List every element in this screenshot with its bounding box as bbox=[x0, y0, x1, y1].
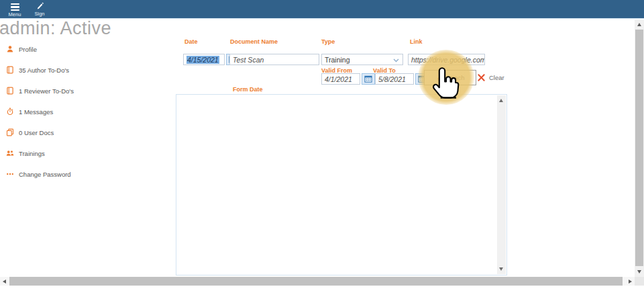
sidebar-item-label: 1 Reviewer To-Do's bbox=[19, 87, 74, 95]
stopwatch-icon bbox=[6, 108, 14, 116]
document-name-label: Document Name bbox=[230, 38, 278, 45]
horizontal-scrollbar[interactable] bbox=[0, 277, 635, 286]
sign-button-label: Sign bbox=[34, 11, 44, 17]
type-label: Type bbox=[321, 38, 335, 45]
sidebar-item-label: 0 User Docs bbox=[19, 129, 54, 136]
sidebar-item-label: 35 Author To-Do's bbox=[19, 67, 69, 74]
type-dropdown-value: Training bbox=[325, 56, 350, 64]
pen-icon bbox=[36, 1, 44, 10]
calendar-icon bbox=[364, 75, 372, 83]
valid-from-input[interactable]: 4/1/2021 bbox=[321, 73, 360, 85]
date-input-value: 4/15/2021 bbox=[186, 56, 219, 64]
sidebar: Profile 35 Author To-Do's 1 Reviewer To-… bbox=[6, 44, 74, 179]
scroll-right-arrow[interactable] bbox=[629, 280, 632, 284]
valid-from-value: 4/1/2021 bbox=[325, 75, 352, 83]
scroll-down-arrow[interactable] bbox=[637, 270, 641, 273]
chevron-down-icon bbox=[393, 58, 399, 62]
sidebar-item-change-password[interactable]: Change Password bbox=[6, 169, 74, 179]
sidebar-item-messages[interactable]: 1 Messages bbox=[6, 107, 74, 116]
journal-icon bbox=[6, 87, 14, 95]
clear-button-label: Clear bbox=[489, 74, 504, 81]
sidebar-item-trainings[interactable]: Trainings bbox=[6, 148, 74, 158]
ellipsis-icon bbox=[6, 170, 14, 178]
attach-button[interactable]: Attach bbox=[424, 70, 476, 85]
link-input-value: https://drive.google.com/driv bbox=[411, 56, 485, 64]
date-label: Date bbox=[184, 38, 198, 45]
sidebar-item-user-docs[interactable]: 0 User Docs bbox=[6, 128, 74, 137]
panel-scroll-up-arrow[interactable] bbox=[499, 99, 503, 102]
panel-scrollbar[interactable] bbox=[497, 95, 506, 274]
sidebar-item-label: Trainings bbox=[19, 150, 45, 157]
sidebar-item-profile[interactable]: Profile bbox=[6, 44, 74, 54]
sign-button[interactable]: Sign bbox=[28, 1, 51, 18]
sidebar-item-author-todos[interactable]: 35 Author To-Do's bbox=[6, 65, 74, 75]
scroll-up-arrow[interactable] bbox=[637, 23, 641, 26]
sidebar-item-label: Change Password bbox=[19, 171, 71, 178]
form-date-label: Form Date bbox=[233, 86, 263, 93]
panel-scroll-down-arrow[interactable] bbox=[499, 267, 503, 271]
vertical-scroll-thumb[interactable] bbox=[635, 30, 643, 266]
valid-to-input[interactable]: 5/8/2021 bbox=[375, 73, 414, 85]
journal-icon bbox=[6, 66, 14, 74]
sidebar-item-reviewer-todos[interactable]: 1 Reviewer To-Do's bbox=[6, 86, 74, 95]
clear-x-icon bbox=[477, 73, 486, 82]
menu-button-label: Menu bbox=[9, 11, 21, 17]
scroll-left-arrow[interactable] bbox=[3, 280, 6, 284]
page-title: admin: Active bbox=[0, 19, 111, 38]
sidebar-item-label: 1 Messages bbox=[19, 108, 53, 116]
app-window: Menu Sign admin: Active Profile 35 Autho bbox=[0, 0, 644, 297]
scrollbar-corner bbox=[635, 277, 644, 286]
type-dropdown[interactable]: Training bbox=[321, 54, 403, 65]
people-icon bbox=[6, 149, 14, 157]
hamburger-icon bbox=[11, 3, 19, 11]
valid-from-calendar-button[interactable] bbox=[362, 73, 375, 85]
person-icon bbox=[6, 45, 14, 53]
form-date-panel bbox=[176, 94, 507, 275]
vertical-scrollbar[interactable] bbox=[635, 19, 644, 277]
attach-button-label: Attach bbox=[447, 74, 465, 81]
copy-icon bbox=[6, 128, 14, 136]
date-input[interactable]: 4/15/2021 bbox=[183, 54, 225, 65]
link-input[interactable]: https://drive.google.com/driv bbox=[408, 54, 485, 65]
document-name-input[interactable]: Test Scan bbox=[229, 54, 319, 65]
sidebar-item-label: Profile bbox=[19, 46, 37, 53]
valid-to-value: 5/8/2021 bbox=[378, 75, 406, 83]
menu-button[interactable]: Menu bbox=[3, 1, 26, 18]
horizontal-scroll-thumb[interactable] bbox=[9, 277, 623, 286]
top-bar: Menu Sign bbox=[0, 0, 644, 19]
document-name-value: Test Scan bbox=[233, 56, 264, 64]
clear-button[interactable]: Clear bbox=[477, 73, 504, 82]
paperclip-icon bbox=[436, 74, 444, 82]
link-label: Link bbox=[410, 38, 423, 45]
